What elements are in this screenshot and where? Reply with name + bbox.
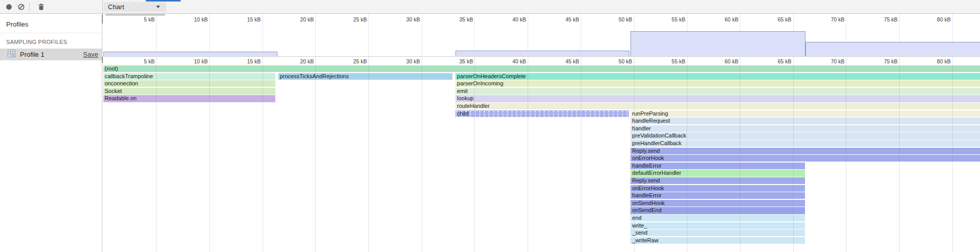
overview-tick-label: 60 kB <box>706 16 738 22</box>
flame-frame-defaulterrorhandler[interactable]: defaultErrorHandler <box>630 170 805 176</box>
overview-tick-label: 45 kB <box>547 16 579 22</box>
overview-tick-label: 75 kB <box>865 16 898 22</box>
flame-tick-label: 40 kB <box>493 58 526 64</box>
overview-tick-label: 5 kB <box>122 16 155 22</box>
flame-frame-handleerror[interactable]: handleError <box>630 163 805 169</box>
flame-frame-handlerequest[interactable]: handleRequest <box>630 118 980 124</box>
flame-tick-label: 80 kB <box>918 58 951 64</box>
flame-frame-writeraw[interactable]: _writeRaw <box>630 237 805 244</box>
profiles-sidebar: Profiles SAMPLING PROFILES % Profile 1 S… <box>0 14 102 252</box>
flame-tick-label: 55 kB <box>652 58 685 64</box>
flame-frame-emit[interactable]: emit <box>455 88 980 95</box>
flame-gridline <box>368 57 369 252</box>
flame-frame-onsendend[interactable]: onSendEnd <box>630 207 805 214</box>
flame-tick-label: 25 kB <box>334 58 367 64</box>
flame-gridline <box>156 57 157 252</box>
overview-edge-mark <box>102 14 103 24</box>
sidebar-title: Profiles <box>0 14 102 33</box>
flame-frame-processticksandrejections[interactable]: processTicksAndRejections <box>278 73 453 80</box>
flame-gridline <box>263 57 263 252</box>
view-mode-value: Chart <box>104 3 156 11</box>
flame-frame-reply-send[interactable]: Reply.send <box>630 148 980 154</box>
flame-gridline <box>634 57 635 252</box>
flame-frame-socket[interactable]: Socket <box>103 88 276 95</box>
allocation-overview-pane[interactable]: 5 kB10 kB15 kB20 kB25 kB30 kB35 kB40 kB4… <box>103 14 980 57</box>
flame-chart-pane: (root)callbackTrampolineprocessTicksAndR… <box>103 57 980 252</box>
flame-tick-label: 35 kB <box>440 58 473 64</box>
overview-gridline <box>581 14 581 56</box>
flame-gridline <box>952 57 953 252</box>
flame-gridline <box>581 57 581 252</box>
profile-name: Profile 1 <box>20 51 83 58</box>
overview-tick-label: 20 kB <box>281 16 314 22</box>
overview-tick-label: 40 kB <box>493 16 526 22</box>
flame-frame-readable-on[interactable]: Readable.on <box>103 95 276 102</box>
flame-frame-parseronheaderscomplete[interactable]: parserOnHeadersComplete <box>455 73 980 80</box>
overview-gridline <box>156 14 157 56</box>
flame-frame-callbacktrampoline[interactable]: callbackTrampoline <box>103 73 276 80</box>
toolbar: Chart <box>0 0 980 14</box>
flame-frame-end[interactable]: end <box>630 215 805 221</box>
overview-tick-label: 55 kB <box>652 16 685 22</box>
record-circle-icon <box>5 4 13 13</box>
overview-gridline <box>263 14 263 56</box>
overview-gridline <box>528 14 528 56</box>
flame-frame-handler[interactable]: handler <box>630 125 980 132</box>
overview-area-segment <box>455 51 629 56</box>
horizontal-scroll-indicator[interactable] <box>105 14 165 16</box>
flame-frame-root[interactable]: (root) <box>103 65 980 72</box>
heap-profile-icon: % <box>7 49 16 60</box>
flame-gridline <box>209 57 210 252</box>
flame-frame-runpreparsing[interactable]: runPreParsing <box>630 110 980 117</box>
overview-tick-label: 10 kB <box>175 16 208 22</box>
flame-frame-parseronincoming[interactable]: parserOnIncoming <box>455 80 980 87</box>
flame-edge-mark <box>102 57 103 63</box>
delete-profile-button[interactable] <box>37 3 46 11</box>
flame-tick-label: 5 kB <box>122 58 155 64</box>
flame-gridline <box>846 57 846 252</box>
save-profile-link[interactable]: Save <box>83 51 98 58</box>
record-button[interactable] <box>5 3 13 11</box>
flame-tick-label: 75 kB <box>865 58 898 64</box>
view-mode-select[interactable]: Chart <box>104 2 166 12</box>
flame-frame-prevalidationcallback[interactable]: preValidationCallback <box>630 132 980 139</box>
flame-tick-label: 45 kB <box>547 58 579 64</box>
clear-all-button[interactable] <box>17 3 26 11</box>
svg-text:%: % <box>12 54 15 57</box>
flame-frame-onerrorhook[interactable]: onErrorHook <box>630 155 980 162</box>
circle-slash-icon <box>17 4 26 13</box>
flame-gridline <box>422 57 422 252</box>
flame-gridline <box>528 57 528 252</box>
flame-frame-write[interactable]: write_ <box>630 222 805 229</box>
overview-tick-label: 30 kB <box>387 16 420 22</box>
overview-tick-label: 15 kB <box>228 16 261 22</box>
sidebar-item-profile-1[interactable]: % Profile 1 Save <box>0 49 102 60</box>
flame-frame-onsendhook[interactable]: onSendHook <box>630 200 805 207</box>
flame-tick-label: 10 kB <box>175 58 208 64</box>
overview-area-segment <box>630 31 805 56</box>
sampling-profiles-section-header: SAMPLING PROFILES <box>0 33 102 45</box>
flame-frame-prehandlercallback[interactable]: preHandlerCallback <box>630 140 980 147</box>
overview-area-segment <box>805 42 980 56</box>
flame-tick-label: 70 kB <box>812 58 844 64</box>
flame-gridline <box>793 57 794 252</box>
flame-frame-handleerror[interactable]: handleError <box>630 192 805 199</box>
flame-frame-child[interactable]: child <box>455 110 629 117</box>
overview-gridline <box>474 14 475 56</box>
overview-tick-label: 70 kB <box>812 16 844 22</box>
flame-frame-send[interactable]: _send <box>630 230 805 236</box>
flame-frame-onconnection[interactable]: onconnection <box>103 80 276 87</box>
flame-frame-routehandler[interactable]: routeHandler <box>455 103 980 109</box>
flame-gridline <box>315 57 316 252</box>
overview-tick-label: 80 kB <box>918 16 951 22</box>
toolbar-divider <box>29 3 30 11</box>
chevron-down-icon <box>156 6 160 8</box>
overview-area-segment <box>103 52 277 56</box>
overview-gridline <box>368 14 369 56</box>
flame-frame-onerrorhook[interactable]: onErrorHook <box>630 185 805 192</box>
flame-frame-reply-send[interactable]: Reply.send <box>630 177 805 184</box>
flame-frame-lookup[interactable]: lookup <box>455 95 980 102</box>
trash-icon <box>37 4 46 13</box>
overview-tick-label: 65 kB <box>759 16 792 22</box>
overview-tick-label: 35 kB <box>440 16 473 22</box>
